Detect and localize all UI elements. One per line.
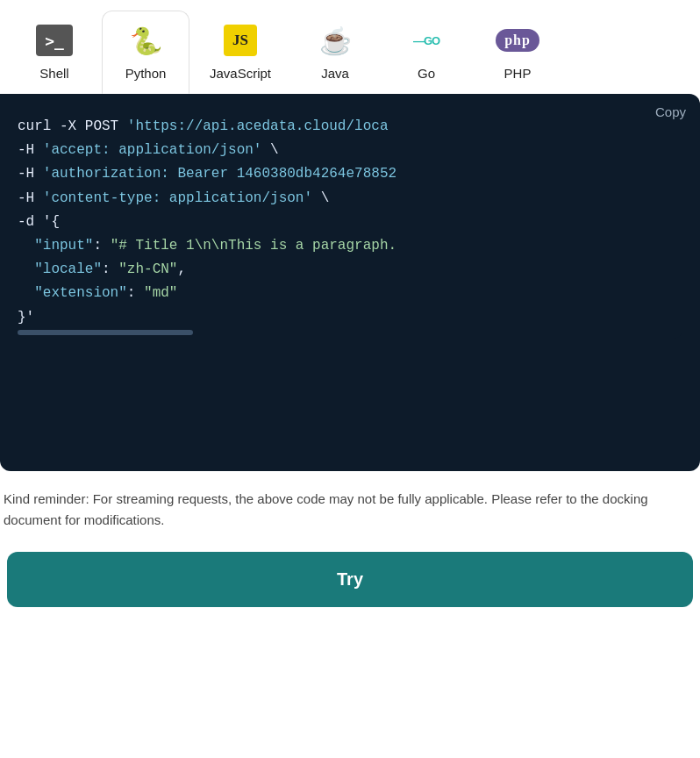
scrollbar-area (18, 330, 682, 339)
tab-go[interactable]: ―GO Go (382, 11, 470, 94)
tab-shell-label: Shell (39, 66, 68, 81)
tabs-container: >_ Shell 🐍 Python JS JavaScript ☕ Java ―… (0, 0, 700, 94)
python-icon: 🐍 (127, 22, 164, 59)
tab-java-label: Java (321, 66, 349, 81)
tab-shell[interactable]: >_ Shell (11, 11, 98, 94)
tab-javascript-label: JavaScript (210, 66, 271, 81)
javascript-icon: JS (222, 22, 259, 59)
tab-go-label: Go (418, 66, 435, 81)
tab-java[interactable]: ☕ Java (291, 11, 379, 94)
scrollbar-track[interactable] (18, 330, 682, 335)
copy-button[interactable]: Copy (655, 104, 686, 119)
scrollbar-thumb[interactable] (18, 330, 193, 335)
java-icon: ☕ (317, 22, 354, 59)
reminder-text: Kind reminder: For streaming requests, t… (0, 471, 700, 545)
code-container: Copy curl -X POST 'https://api.acedata.c… (0, 94, 700, 471)
tab-php[interactable]: php PHP (474, 11, 561, 94)
tab-php-label: PHP (504, 66, 532, 81)
tab-python[interactable]: 🐍 Python (102, 11, 189, 94)
try-button[interactable]: Try (7, 552, 693, 607)
go-icon: ―GO (408, 22, 445, 59)
tab-javascript[interactable]: JS JavaScript (193, 11, 288, 94)
shell-icon: >_ (36, 22, 73, 59)
tab-python-label: Python (125, 66, 167, 81)
php-icon: php (499, 22, 536, 59)
code-block: curl -X POST 'https://api.acedata.cloud/… (18, 115, 682, 330)
